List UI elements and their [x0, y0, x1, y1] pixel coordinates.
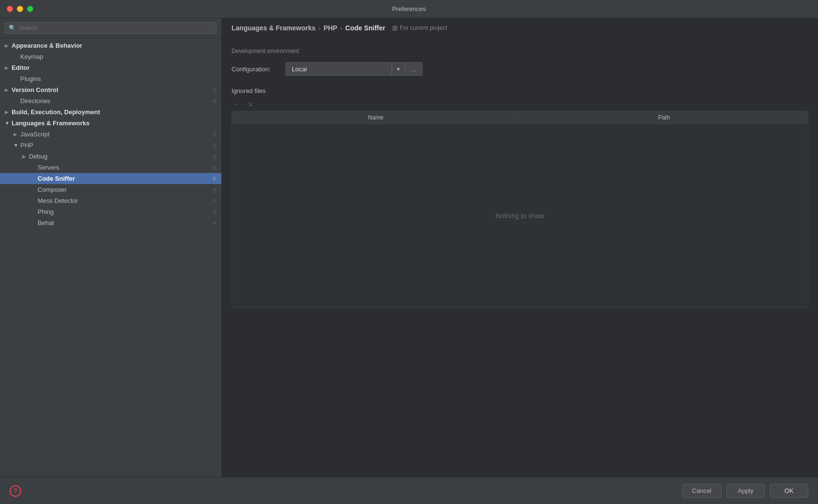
sidebar-item-label: Appearance & Behavior — [12, 42, 217, 49]
col-header-path: Path — [520, 111, 808, 124]
sidebar-item-label: Plugins — [20, 75, 217, 82]
window-title: Preferences — [392, 5, 426, 13]
sidebar-item-label: Keymap — [20, 53, 217, 60]
config-label: Configuration: — [232, 66, 280, 73]
sidebar-tree: ▶ Appearance & Behavior Keymap ▶ Editor … — [0, 38, 221, 477]
config-select[interactable]: Local — [286, 62, 392, 76]
arrow-icon: ▶ — [5, 65, 12, 70]
col-header-name: Name — [232, 111, 520, 124]
ignored-files-toolbar: − ✕ — [232, 99, 808, 110]
copy-icon: ⎘ — [213, 176, 217, 182]
remove-button[interactable]: − — [232, 99, 242, 110]
sidebar-item-keymap[interactable]: Keymap — [0, 51, 221, 62]
sidebar-item-label: Editor — [12, 64, 217, 71]
empty-state-label: Nothing to show — [496, 212, 544, 220]
titlebar: Preferences — [0, 0, 818, 18]
config-dropdown-arrow[interactable]: ▼ — [392, 62, 405, 76]
copy-icon: ⎘ — [213, 154, 217, 159]
sidebar-item-label: Code Sniffer — [38, 175, 210, 182]
panel-header: Languages & Frameworks › PHP › Code Snif… — [222, 18, 818, 38]
sidebar-item-javascript[interactable]: ▶ JavaScript ⎘ — [0, 129, 221, 140]
sidebar-item-label: Phing — [38, 208, 210, 215]
arrow-icon: ▶ — [22, 154, 29, 159]
sidebar-item-phing[interactable]: Phing ⎘ — [0, 206, 221, 217]
sidebar-item-composer[interactable]: Composer ⎘ — [0, 184, 221, 195]
apply-button[interactable]: Apply — [726, 484, 765, 498]
sidebar-item-plugins[interactable]: Plugins — [0, 73, 221, 84]
ignored-files-table: Name Path Nothing to show — [232, 111, 808, 308]
sidebar-item-servers[interactable]: Servers ⎘ — [0, 162, 221, 173]
maximize-button[interactable] — [27, 6, 33, 12]
copy-icon: ⎘ — [213, 220, 217, 226]
sidebar-item-behat[interactable]: Behat ⎘ — [0, 217, 221, 228]
sidebar-item-code-sniffer[interactable]: Code Sniffer ⎘ — [0, 173, 221, 184]
sidebar-item-label: Directories — [20, 97, 210, 105]
help-button[interactable]: ? — [10, 485, 21, 497]
copy-icon: ⎘ — [213, 187, 217, 193]
sidebar-item-label: Composer — [38, 186, 210, 193]
arrow-icon: ▶ — [5, 87, 12, 93]
search-icon: 🔍 — [9, 25, 16, 31]
config-row: Configuration: Local ▼ ... — [232, 62, 808, 76]
copy-icon: ⎘ — [213, 132, 217, 137]
sidebar-item-label: JavaScript — [20, 131, 210, 138]
close-button[interactable] — [7, 6, 13, 12]
arrow-icon: ▶ — [5, 109, 12, 115]
sidebar-item-languages[interactable]: ▼ Languages & Frameworks — [0, 118, 221, 129]
breadcrumb-part2: PHP — [324, 24, 338, 32]
table-header: Name Path — [232, 111, 808, 124]
project-icon: ⊞ — [392, 24, 398, 32]
search-bar: 🔍 — [0, 18, 221, 38]
right-panel: Languages & Frameworks › PHP › Code Snif… — [222, 18, 818, 477]
ignored-files-section: Ignored files − ✕ Name Path Nothing to s… — [232, 87, 808, 308]
config-dots-button[interactable]: ... — [405, 62, 423, 76]
table-body: Nothing to show — [232, 124, 808, 307]
bottom-right: Cancel Apply OK — [682, 484, 808, 498]
copy-icon: ⎘ — [213, 165, 217, 171]
cancel-button[interactable]: Cancel — [682, 484, 722, 498]
sidebar-item-php[interactable]: ▼ PHP ⎘ — [0, 140, 221, 151]
copy-icon: ⎘ — [213, 198, 217, 204]
breadcrumb-part1: Languages & Frameworks — [232, 24, 315, 32]
copy-icon: ⎘ — [213, 87, 217, 93]
breadcrumb-project: ⊞ For current project — [392, 24, 447, 32]
breadcrumb-sep1: › — [318, 25, 320, 32]
search-input[interactable] — [5, 22, 217, 34]
panel-body: Development environment Configuration: L… — [222, 38, 818, 477]
ignored-files-label: Ignored files — [232, 87, 808, 94]
sidebar-item-directories[interactable]: Directories ⎘ — [0, 95, 221, 106]
sidebar-item-label: Languages & Frameworks — [12, 119, 217, 127]
config-dropdown: Local ▼ ... — [286, 62, 423, 76]
project-label: For current project — [400, 25, 447, 31]
bottom-bar: ? Cancel Apply OK — [0, 477, 818, 504]
sidebar-item-mess-detector[interactable]: Mess Detector ⎘ — [0, 195, 221, 206]
minimize-button[interactable] — [17, 6, 23, 12]
sidebar-item-label: PHP — [20, 142, 210, 149]
sidebar-item-label: Servers — [38, 164, 210, 171]
sidebar-item-label: Debug — [29, 153, 210, 160]
sidebar-item-version-control[interactable]: ▶ Version Control ⎘ — [0, 84, 221, 95]
breadcrumb-sep2: › — [340, 25, 342, 32]
ok-button[interactable]: OK — [770, 484, 808, 498]
bottom-left: ? — [10, 485, 21, 497]
main-content: 🔍 ▶ Appearance & Behavior Keymap ▶ Edito… — [0, 18, 818, 477]
sidebar-item-label: Mess Detector — [38, 197, 210, 204]
copy-icon: ⎘ — [213, 143, 217, 148]
sidebar-item-debug[interactable]: ▶ Debug ⎘ — [0, 151, 221, 162]
arrow-icon: ▶ — [14, 132, 20, 137]
sidebar-item-label: Version Control — [12, 86, 210, 93]
sidebar-item-label: Build, Execution, Deployment — [12, 108, 217, 116]
sidebar-item-appearance[interactable]: ▶ Appearance & Behavior — [0, 40, 221, 51]
sidebar-item-label: Behat — [38, 219, 210, 226]
clear-button[interactable]: ✕ — [245, 99, 256, 110]
copy-icon: ⎘ — [213, 209, 217, 215]
arrow-icon: ▼ — [14, 143, 20, 148]
copy-icon: ⎘ — [213, 98, 217, 104]
arrow-icon: ▶ — [5, 43, 12, 48]
window-controls — [7, 6, 33, 12]
dev-environment-label: Development environment — [232, 48, 808, 54]
breadcrumb-part3: Code Sniffer — [345, 24, 385, 32]
sidebar-item-build[interactable]: ▶ Build, Execution, Deployment — [0, 106, 221, 118]
sidebar-item-editor[interactable]: ▶ Editor — [0, 62, 221, 73]
arrow-icon: ▼ — [5, 120, 12, 126]
